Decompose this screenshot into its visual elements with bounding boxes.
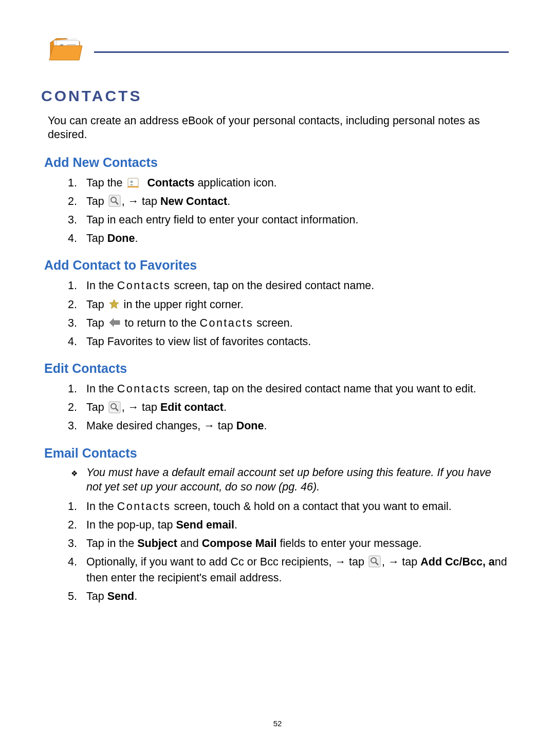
steps-edit: In the Contacts screen, tap on the desir… bbox=[86, 381, 509, 434]
step: Tap , → tap Edit contact. bbox=[86, 400, 509, 415]
page-number: 52 bbox=[273, 719, 282, 728]
step: Tap in each entry field to enter your co… bbox=[86, 212, 509, 228]
svg-point-7 bbox=[130, 181, 133, 183]
step: Make desired changes, → tap Done. bbox=[86, 418, 509, 434]
step: In the Contacts screen, tap on the desir… bbox=[86, 381, 509, 397]
header-divider bbox=[94, 51, 509, 53]
step: Tap to return to the Contacts screen. bbox=[86, 315, 509, 331]
star-icon bbox=[108, 298, 120, 310]
svg-rect-11 bbox=[109, 402, 120, 413]
step: In the Contacts screen, tap on the desir… bbox=[86, 278, 509, 294]
magnify-icon bbox=[368, 555, 381, 568]
subheading-edit: Edit Contacts bbox=[44, 361, 509, 376]
step: In the pop-up, tap Send email. bbox=[86, 517, 509, 533]
step: Tap the Contacts application icon. bbox=[86, 175, 509, 191]
header bbox=[46, 28, 509, 67]
steps-email: In the Contacts screen, touch & hold on … bbox=[86, 499, 509, 605]
subheading-email: Email Contacts bbox=[44, 446, 509, 461]
steps-favorites: In the Contacts screen, tap on the desir… bbox=[86, 278, 509, 350]
intro-paragraph: You can create an address eBook of your … bbox=[48, 114, 509, 142]
step: Tap Send. bbox=[86, 589, 509, 604]
step: Optionally, if you want to add Cc or Bcc… bbox=[86, 554, 509, 586]
contacts-folder-icon bbox=[46, 28, 85, 67]
svg-rect-8 bbox=[109, 195, 120, 206]
step: Tap in the upper right corner. bbox=[86, 297, 509, 313]
contacts-app-icon bbox=[127, 176, 140, 188]
magnify-icon bbox=[108, 401, 121, 413]
subheading-favorites: Add Contact to Favorites bbox=[44, 258, 509, 273]
email-note: You must have a default email account se… bbox=[86, 466, 509, 495]
steps-add-new: Tap the Contacts application icon. Tap ,… bbox=[86, 175, 509, 247]
step: In the Contacts screen, touch & hold on … bbox=[86, 499, 509, 515]
step: Tap Favorites to view list of favorites … bbox=[86, 334, 509, 350]
svg-rect-14 bbox=[369, 556, 380, 567]
step: Tap , → tap New Contact. bbox=[86, 194, 509, 210]
step: Tap Done. bbox=[86, 231, 509, 247]
back-arrow-icon bbox=[108, 317, 121, 328]
step: Tap in the Subject and Compose Mail fiel… bbox=[86, 536, 509, 552]
subheading-add-new: Add New Contacts bbox=[44, 155, 509, 170]
section-title: CONTACTS bbox=[41, 87, 509, 105]
magnify-icon bbox=[108, 195, 121, 207]
